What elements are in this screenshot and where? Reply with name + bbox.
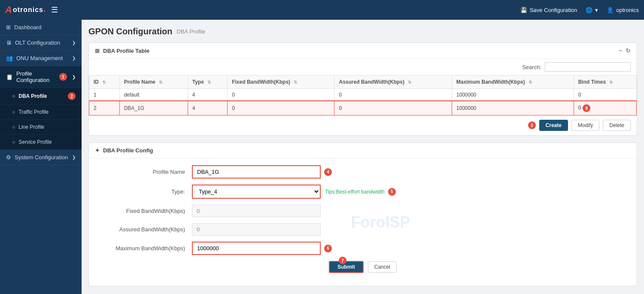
navbar: A otronics● ☰ 💾 Save Configuration 🌐 ▾ 👤… [0, 0, 644, 20]
sidebar-label-line: Line Profile [18, 124, 44, 130]
form-row-max-bw: Maximum BandWidth(Kbps) 6 [97, 242, 628, 255]
sort-icon-fixed[interactable]: ⇅ [294, 80, 297, 85]
chevron-right-icon: ❯ [72, 40, 76, 45]
sort-icon-assured[interactable]: ⇅ [408, 80, 411, 85]
sidebar-item-profile-config[interactable]: 📋 Profile Configuration 1 ❯ [0, 66, 82, 88]
card-header-left: ⊞ DBA Profile Table [95, 48, 149, 54]
delete-button[interactable]: Delete [603, 120, 631, 131]
sidebar-item-onu-mgmt[interactable]: 👥 ONU Management ❯ [0, 51, 82, 66]
assured-bw-label: Assured BandWidth(Kbps) [97, 226, 192, 233]
sort-icon-bind[interactable]: ⇅ [609, 80, 613, 85]
search-input[interactable] [545, 62, 631, 72]
badge-3: 3 [528, 121, 536, 129]
modify-button[interactable]: Modify [571, 120, 599, 131]
logo-text: otronics● [13, 6, 46, 14]
olt-icon: 🖥 [6, 39, 12, 46]
logo-icon: A [5, 4, 12, 15]
col-profile-name: Profile Name ⇅ [119, 76, 188, 89]
badge-5: 5 [388, 188, 396, 196]
sort-icon-max[interactable]: ⇅ [529, 80, 532, 85]
badge-8: 8 [583, 104, 590, 112]
table-title: DBA Profile Table [103, 48, 149, 54]
type-label: Type: [97, 188, 192, 195]
profile-badge: 1 [59, 73, 67, 81]
navbar-left: A otronics● ☰ [5, 4, 58, 15]
col-bind-times: Bind Times ⇅ [574, 76, 636, 89]
username-label: optronics [616, 7, 639, 13]
dba-table-card: ⊞ DBA Profile Table − ↻ Search: [88, 42, 637, 136]
user-menu[interactable]: 👤 optronics [607, 7, 639, 13]
form-section-wrap: ForoISP Profile Name 4 Type: Type_1Type_… [89, 158, 637, 286]
system-icon: ⚙ [6, 154, 11, 161]
sidebar-item-line-profile[interactable]: ○ Line Profile [0, 120, 82, 135]
max-bw-input[interactable] [192, 242, 321, 255]
form-card-header: ✦ DBA Profile Config [89, 143, 637, 158]
col-type: Type ⇅ [188, 76, 227, 89]
profile-name-input[interactable] [192, 165, 321, 179]
form-section-icon: ✦ [95, 147, 100, 154]
chevron-right-icon-sys: ❯ [72, 155, 76, 160]
sidebar-label-dashboard: Dashboard [14, 24, 42, 30]
sidebar-label-traffic: Traffic Profile [18, 109, 49, 115]
table-row[interactable]: 2DBA_1G400100000008 [89, 101, 637, 115]
profile-name-label: Profile Name [97, 169, 192, 175]
traffic-circle-icon: ○ [12, 109, 15, 115]
sidebar-item-service-profile[interactable]: ○ Service Profile [0, 135, 82, 150]
minimize-icon[interactable]: − [619, 47, 622, 54]
sidebar-label-olt: OLT Configuration [15, 39, 69, 46]
table-btn-row: 3 Create Modify Delete [89, 115, 637, 135]
main-layout: ⊞ Dashboard 🖥 OLT Configuration ❯ 👥 ONU … [0, 20, 644, 294]
sidebar-item-traffic-profile[interactable]: ○ Traffic Profile [0, 105, 82, 120]
form-section-title: DBA Profile Config [103, 147, 153, 154]
card-header-table: ⊞ DBA Profile Table − ↻ [89, 43, 637, 59]
save-config-btn[interactable]: 💾 Save Configuration [520, 7, 577, 13]
dashboard-icon: ⊞ [6, 24, 11, 30]
table-icon: ⊞ [95, 48, 100, 54]
col-id: ID ⇅ [89, 76, 120, 89]
type-select[interactable]: Type_1Type_2Type_3Type_4Type_5 [192, 185, 321, 199]
menu-icon[interactable]: ☰ [51, 5, 58, 15]
chevron-down-icon-profile: ❯ [72, 75, 76, 79]
page-title: GPON Configuration [88, 27, 173, 36]
table-body: 1default400100000002DBA_1G400100000008 [89, 89, 637, 115]
card-header-right: − ↻ [619, 47, 631, 54]
dba-profile-form: Profile Name 4 Type: Type_1Type_2Type_3T… [89, 158, 637, 286]
col-assured-bw: Assured BandWidth(Kbps) ⇅ [334, 76, 452, 89]
sidebar-item-dba-profile[interactable]: ○ DBA Profile 2 [0, 88, 82, 105]
language-selector[interactable]: 🌐 ▾ [586, 7, 598, 13]
dba-profile-table: ID ⇅ Profile Name ⇅ [89, 75, 637, 115]
badge-4: 4 [324, 168, 332, 176]
form-row-fixed-bw: Fixed BandWidth(Kbps) [97, 205, 628, 217]
create-button[interactable]: Create [539, 120, 568, 131]
badge-6: 6 [324, 245, 332, 252]
profile-icon: 📋 [6, 74, 13, 80]
cancel-button[interactable]: Cancel [368, 261, 397, 273]
logo: A otronics● [5, 4, 46, 15]
sidebar-item-system-config[interactable]: ⚙ System Configuration ❯ [0, 150, 82, 165]
sidebar-label-onu: ONU Management [16, 55, 69, 61]
chevron-right-icon-onu: ❯ [72, 56, 76, 61]
sidebar-label-system: System Configuration [15, 154, 69, 161]
onu-icon: 👥 [6, 55, 13, 61]
search-bar: Search: [89, 59, 637, 75]
table-row[interactable]: 1default40010000000 [89, 89, 637, 101]
badge-7: 7 [339, 257, 346, 264]
sort-icon-name[interactable]: ⇅ [159, 80, 162, 85]
dba-form-card: ✦ DBA Profile Config ForoISP Profile Nam… [88, 142, 637, 286]
refresh-icon[interactable]: ↻ [626, 47, 631, 54]
user-icon: 👤 [607, 7, 614, 13]
sidebar: ⊞ Dashboard 🖥 OLT Configuration ❯ 👥 ONU … [0, 20, 82, 294]
line-circle-icon: ○ [12, 124, 15, 130]
sort-icon-id[interactable]: ⇅ [102, 80, 106, 85]
table-wrapper: ID ⇅ Profile Name ⇅ [89, 75, 637, 115]
sidebar-label-service: Service Profile [18, 139, 52, 145]
col-max-bw: Maximum BandWidth(Kbps) ⇅ [452, 76, 574, 89]
sort-icon-type[interactable]: ⇅ [207, 80, 211, 85]
form-btn-row: 7 Submit Cancel [97, 261, 628, 273]
sidebar-item-olt-config[interactable]: 🖥 OLT Configuration ❯ [0, 35, 82, 51]
submit-button[interactable]: Submit [329, 261, 364, 273]
sidebar-label-dba: DBA Profile [18, 93, 64, 99]
sidebar-label-profile: Profile Configuration [16, 70, 56, 83]
assured-bw-input [192, 223, 321, 236]
sidebar-item-dashboard[interactable]: ⊞ Dashboard [0, 20, 82, 35]
